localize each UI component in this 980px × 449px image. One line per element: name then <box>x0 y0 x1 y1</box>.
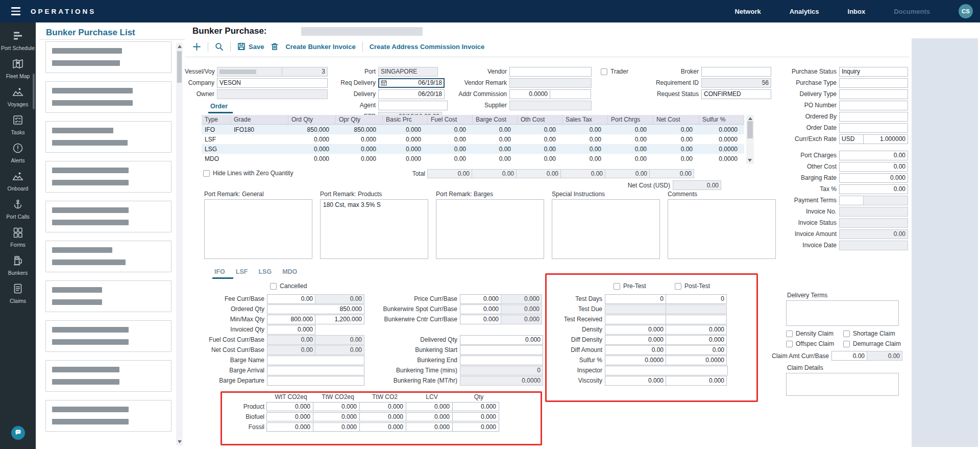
po-number-field[interactable] <box>839 101 908 110</box>
co2-cell[interactable]: 0.000 <box>313 412 360 421</box>
sidebar-item-tasks[interactable]: Tasks <box>0 114 36 135</box>
list-item[interactable] <box>45 360 172 392</box>
nav-inbox[interactable]: Inbox <box>848 8 866 15</box>
fee-curr-field[interactable]: 0.00 <box>267 294 315 304</box>
list-item[interactable] <box>45 121 172 153</box>
scroll-up-icon[interactable] <box>178 45 182 48</box>
table-row[interactable]: LSF 0.000 0.000 0.000 0.00 0.00 0.00 0.0… <box>202 134 744 144</box>
avatar[interactable]: CS <box>959 4 973 18</box>
fuel-type-tab[interactable]: LSF <box>236 268 248 275</box>
delete-button[interactable] <box>271 42 279 51</box>
delivery-terms-textarea[interactable] <box>786 300 899 326</box>
calendar-icon[interactable] <box>381 80 387 86</box>
inspector-field[interactable] <box>605 366 728 375</box>
co2-cell[interactable]: 0.000 <box>359 402 406 411</box>
diff-amount-post-field[interactable]: 0.00 <box>666 345 727 355</box>
demurrage-claim-checkbox[interactable] <box>843 341 850 347</box>
post-test-checkbox[interactable] <box>675 283 681 290</box>
barging-rate-field[interactable]: 0.000 <box>839 173 908 183</box>
price-curr-field[interactable]: 0.000 <box>460 294 501 304</box>
exch-rate-field[interactable]: 1.000000 <box>863 134 908 144</box>
bunkerwire-spot-curr-field[interactable]: 0.000 <box>460 304 501 314</box>
sidebar-item-port-schedule[interactable]: Port Schedule <box>0 30 36 51</box>
co2-cell[interactable]: 0.000 <box>266 412 313 421</box>
other-cost-field[interactable]: 0.00 <box>839 162 908 172</box>
density-pre-field[interactable]: 0.000 <box>605 325 666 335</box>
fuel-type-tab[interactable]: IFO <box>214 268 225 275</box>
bunkerwire-cntr-curr-field[interactable]: 0.000 <box>460 315 501 324</box>
purchase-type-field[interactable] <box>839 78 908 88</box>
tax-pct-field[interactable]: 0.00 <box>839 184 908 194</box>
remark-textarea[interactable] <box>204 199 312 259</box>
nav-network[interactable]: Network <box>734 8 761 15</box>
trader-checkbox[interactable] <box>601 68 607 75</box>
scroll-thumb[interactable] <box>747 121 753 138</box>
payment-terms-field[interactable] <box>839 196 864 205</box>
co2-cell[interactable]: 0.000 <box>313 402 360 411</box>
fuel-type-tab[interactable]: LSG <box>258 268 272 275</box>
co2-cell[interactable]: 0.000 <box>313 422 360 432</box>
scroll-thumb[interactable] <box>177 51 182 83</box>
max-qty-field[interactable]: 1,200.000 <box>315 315 364 324</box>
nav-analytics[interactable]: Analytics <box>790 8 819 15</box>
order-date-field[interactable] <box>839 123 908 133</box>
addr-commission-curr-field[interactable] <box>550 89 591 99</box>
scroll-up-icon[interactable] <box>748 117 752 120</box>
test-received-pre-field[interactable] <box>605 315 666 324</box>
fuel-type-tab[interactable]: MDO <box>282 268 297 275</box>
diff-density-pre-field[interactable]: 0.000 <box>605 335 666 345</box>
add-button[interactable] <box>192 42 201 51</box>
table-row[interactable]: MDO 0.000 0.000 0.000 0.00 0.00 0.00 0.0… <box>202 154 744 163</box>
claim-amt-curr-field[interactable]: 0.00 <box>831 351 867 361</box>
density-claim-checkbox[interactable] <box>786 330 793 337</box>
list-item[interactable] <box>45 320 172 352</box>
co2-cell[interactable]: 0.000 <box>266 402 313 411</box>
co2-cell[interactable]: 0.000 <box>452 412 499 421</box>
delivery-field[interactable]: 06/20/18 <box>378 89 445 99</box>
list-item[interactable] <box>45 81 172 113</box>
vendor-field[interactable] <box>509 67 592 77</box>
min-qty-field[interactable]: 800.000 <box>267 315 315 324</box>
list-scrollbar[interactable] <box>176 43 183 445</box>
barge-arrival-field[interactable] <box>267 366 364 375</box>
list-item[interactable] <box>45 161 172 193</box>
barge-departure-field[interactable] <box>267 376 364 386</box>
cancelled-checkbox[interactable] <box>270 283 277 290</box>
co2-cell[interactable]: 0.000 <box>359 422 406 432</box>
co2-cell[interactable]: 0.000 <box>452 402 499 411</box>
density-post-field[interactable]: 0.000 <box>666 325 727 335</box>
co2-cell[interactable]: 0.000 <box>359 412 406 421</box>
list-item[interactable] <box>45 201 172 232</box>
sulfur-pre-field[interactable]: 0.0000 <box>605 356 666 365</box>
tab-order[interactable]: Order <box>210 103 228 110</box>
nav-documents[interactable]: Documents <box>894 8 930 15</box>
list-item[interactable] <box>45 400 172 432</box>
test-received-post-field[interactable] <box>666 315 727 324</box>
co2-cell[interactable]: 0.000 <box>452 422 499 432</box>
remark-textarea[interactable]: 180 Cst, max 3.5% S <box>320 199 428 259</box>
agent-field[interactable] <box>378 101 448 110</box>
ordered-qty-field[interactable]: 850.000 <box>267 304 364 314</box>
menu-icon[interactable] <box>11 7 20 15</box>
chat-fab[interactable] <box>11 426 25 440</box>
sidebar-item-voyages[interactable]: Voyages <box>0 86 36 107</box>
company-field[interactable]: VESON <box>217 78 328 88</box>
table-row[interactable]: IFO IFO180 850.000 850.000 0.000 0.00 0.… <box>202 125 744 134</box>
addr-commission-field[interactable]: 0.0000 <box>509 89 550 99</box>
request-status-field[interactable]: CONFIRMED <box>701 89 771 99</box>
hide-zero-qty-checkbox[interactable] <box>203 170 210 177</box>
shortage-claim-checkbox[interactable] <box>843 330 850 337</box>
diff-amount-pre-field[interactable]: 0.00 <box>605 345 666 355</box>
order-table-scrollbar[interactable] <box>746 115 754 164</box>
port-charges-field[interactable]: 0.00 <box>839 151 908 160</box>
invoiced-qty-field[interactable]: 0.000 <box>267 325 315 335</box>
sidebar-item-onboard[interactable]: Onboard <box>0 170 36 192</box>
sidebar-item-port-calls[interactable]: Port Calls <box>0 198 36 220</box>
create-address-commission-invoice-button[interactable]: Create Address Commission Invoice <box>370 43 485 51</box>
req-delivery-field[interactable]: 06/19/18 <box>378 78 445 88</box>
viscosity-pre-field[interactable]: 0.000 <box>605 376 666 386</box>
remark-textarea[interactable] <box>552 199 660 259</box>
sidebar-item-forms[interactable]: Forms <box>0 226 36 248</box>
purchase-status-field[interactable]: Inquiry <box>839 67 908 77</box>
create-bunker-invoice-button[interactable]: Create Bunker Invoice <box>285 43 355 51</box>
